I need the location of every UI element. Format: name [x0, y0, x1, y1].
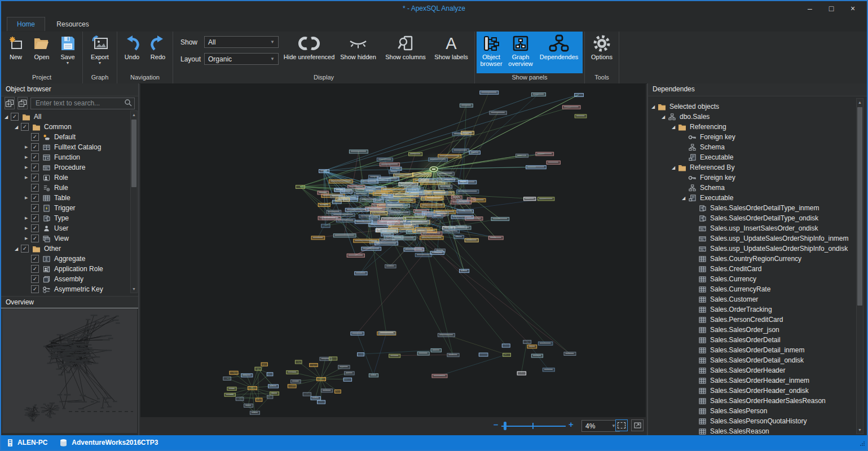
- tree-item-procedure[interactable]: ▶✓Procedure: [1, 162, 138, 173]
- expanded-arrow-icon[interactable]: ◢: [682, 196, 688, 201]
- tree-item-common[interactable]: ◢✓Common: [1, 122, 138, 132]
- minimize-button[interactable]: –: [799, 1, 821, 17]
- tree-item-sales-salesorderdetail[interactable]: Sales.SalesOrderDetail: [648, 335, 868, 345]
- checkbox-checked[interactable]: ✓: [31, 204, 39, 212]
- tree-item-schema[interactable]: Schema: [648, 142, 868, 152]
- tree-item-role[interactable]: ▶✓Role: [1, 173, 138, 183]
- tab-resources[interactable]: Resources: [47, 17, 98, 32]
- zoom-in-button[interactable]: +: [569, 419, 574, 429]
- tree-item-sales-salesorderheader-inmem[interactable]: Sales.SalesOrderHeader_inmem: [648, 375, 868, 386]
- expanded-arrow-icon[interactable]: ◢: [5, 114, 11, 120]
- expanded-arrow-icon[interactable]: ◢: [15, 125, 21, 130]
- tree-item-type[interactable]: ▶✓Type: [1, 213, 138, 223]
- collapsed-arrow-icon[interactable]: ▶: [25, 196, 31, 200]
- checkbox-checked[interactable]: ✓: [31, 235, 39, 242]
- checkbox-checked[interactable]: ✓: [31, 224, 39, 232]
- tree-item-sales-currencyrate[interactable]: Sales.CurrencyRate: [648, 284, 868, 294]
- tree-item-sales-salespersonquotahistory[interactable]: Sales.SalesPersonQuotaHistory: [648, 416, 868, 426]
- tree-item-foreign-key[interactable]: Foreign key: [648, 173, 868, 183]
- layout-dropdown[interactable]: Organic ▼: [204, 53, 279, 65]
- collapsed-arrow-icon[interactable]: ▶: [25, 216, 31, 220]
- collapsed-arrow-icon[interactable]: ▶: [25, 175, 31, 180]
- checkbox-checked[interactable]: ✓: [31, 194, 39, 202]
- tree-item-sales-usp-insertsalesorder-ondisk[interactable]: Sales.usp_InsertSalesOrder_ondisk: [648, 223, 868, 233]
- tree-item-referenced-by[interactable]: ◢Referenced By: [648, 162, 868, 173]
- tree-item-function[interactable]: ▶✓Function: [1, 152, 138, 162]
- tree-item-referencing[interactable]: ◢Referencing: [648, 122, 868, 132]
- tree-item-sales-creditcard[interactable]: Sales.CreditCard: [648, 264, 868, 274]
- expanded-arrow-icon[interactable]: ◢: [15, 246, 21, 251]
- new-button[interactable]: New: [3, 32, 29, 73]
- tree-item-sales-salesreason[interactable]: Sales.SalesReason: [648, 426, 868, 435]
- tree-item-sales-salesorderdetail-ondisk[interactable]: Sales.SalesOrderDetail_ondisk: [648, 355, 868, 365]
- actual-size-button[interactable]: [631, 419, 644, 431]
- open-button[interactable]: Open: [29, 32, 55, 73]
- save-dropdown-caret-icon[interactable]: ▼: [66, 61, 70, 65]
- collapsed-arrow-icon[interactable]: ▶: [25, 165, 31, 170]
- scroll-up-icon[interactable]: ▲: [131, 111, 137, 118]
- dependencies-toggle-button[interactable]: Dependendes: [535, 32, 583, 73]
- tree-item-all[interactable]: ◢✓All: [1, 112, 138, 122]
- show-columns-button[interactable]: Show columns: [381, 32, 430, 73]
- undo-button[interactable]: Undo: [119, 32, 145, 73]
- tree-item-application-role[interactable]: ✓Application Role: [1, 264, 138, 274]
- collapsed-arrow-icon[interactable]: ▶: [25, 226, 31, 231]
- maximize-button[interactable]: □: [821, 1, 842, 17]
- export-button[interactable]: Export ▼: [85, 32, 115, 73]
- collapse-all-button[interactable]: [17, 97, 28, 109]
- zoom-slider-track[interactable]: [501, 426, 566, 427]
- tab-home[interactable]: Home: [7, 17, 45, 31]
- graph-overview-minimap[interactable]: [2, 309, 137, 433]
- object-browser-scrollbar[interactable]: ▲ ▼: [130, 110, 138, 293]
- save-button[interactable]: Save ▼: [55, 32, 81, 73]
- expanded-arrow-icon[interactable]: ◢: [662, 114, 668, 120]
- tree-item-view[interactable]: ▶✓View: [1, 233, 138, 244]
- tree-item-sales-salesorderdetailtype-inmem[interactable]: Sales.SalesOrderDetailType_inmem: [648, 203, 868, 213]
- tree-item-sales-customer[interactable]: Sales.Customer: [648, 294, 868, 304]
- checkbox-checked[interactable]: ✓: [31, 184, 39, 192]
- show-hidden-button[interactable]: Show hidden: [335, 32, 381, 73]
- tree-item-sales-salesorderheadersalesreason[interactable]: Sales.SalesOrderHeaderSalesReason: [648, 396, 868, 406]
- checkbox-checked[interactable]: ✓: [21, 123, 29, 131]
- checkbox-checked[interactable]: ✓: [31, 143, 39, 151]
- tree-item-sales-salesorderdetailtype-ondisk[interactable]: Sales.SalesOrderDetailType_ondisk: [648, 213, 868, 223]
- checkbox-checked[interactable]: ✓: [31, 163, 39, 171]
- expanded-arrow-icon[interactable]: ◢: [672, 125, 678, 130]
- options-button[interactable]: Options: [587, 32, 617, 73]
- hide-unreferenced-button[interactable]: Hide unreferenced: [283, 32, 335, 73]
- tree-item-default[interactable]: ✓Default: [1, 132, 138, 142]
- object-browser-toggle-button[interactable]: Object browser: [477, 32, 506, 73]
- zoom-slider-handle[interactable]: [504, 422, 506, 430]
- tree-item-sales-personcreditcard[interactable]: Sales.PersonCreditCard: [648, 315, 868, 325]
- tree-item-sales-salesperson[interactable]: Sales.SalesPerson: [648, 406, 868, 416]
- checkbox-checked[interactable]: ✓: [31, 285, 39, 293]
- tree-item-selected-objects[interactable]: ◢Selected objects: [648, 101, 868, 112]
- graph-overview-toggle-button[interactable]: Graph overview: [506, 32, 535, 73]
- dependency-graph-canvas[interactable]: [140, 83, 646, 417]
- checkbox-checked[interactable]: ✓: [21, 245, 29, 253]
- checkbox-checked[interactable]: ✓: [31, 265, 39, 273]
- expanded-arrow-icon[interactable]: ◢: [651, 104, 658, 109]
- tree-item-schema[interactable]: Schema: [648, 183, 868, 193]
- expanded-arrow-icon[interactable]: ◢: [672, 165, 678, 170]
- fit-to-window-button[interactable]: [615, 419, 628, 431]
- tree-item-executable[interactable]: Executable: [648, 152, 868, 162]
- scroll-up-icon[interactable]: ▲: [857, 99, 863, 106]
- checkbox-checked[interactable]: ✓: [31, 174, 39, 182]
- scrollbar-thumb[interactable]: [857, 107, 862, 306]
- tree-item-foreign-key[interactable]: Foreign key: [648, 132, 868, 142]
- tree-item-sales-countryregioncurrency[interactable]: Sales.CountryRegionCurrency: [648, 254, 868, 264]
- resize-grip[interactable]: [860, 440, 865, 448]
- tree-item-table[interactable]: ▶✓Table: [1, 193, 138, 203]
- tree-item-dbo-sales[interactable]: ◢dbo.Sales: [648, 112, 868, 122]
- tree-item-aggregate[interactable]: ✓Aggregate: [1, 254, 138, 264]
- tree-item-sales-usp-updatesalesordershipinfo-ondisk[interactable]: Sales.usp_UpdateSalesOrderShipInfo_ondis…: [648, 244, 868, 254]
- tree-item-trigger[interactable]: ✓Trigger: [1, 203, 138, 213]
- checkbox-checked[interactable]: ✓: [11, 113, 19, 121]
- zoom-out-button[interactable]: –: [494, 419, 498, 429]
- tree-item-sales-salesorder-json[interactable]: Sales.SalesOrder_json: [648, 325, 868, 335]
- collapsed-arrow-icon[interactable]: ▶: [25, 155, 31, 160]
- tree-item-sales-salesorderdetail-inmem[interactable]: Sales.SalesOrderDetail_inmem: [648, 345, 868, 355]
- redo-button[interactable]: Redo: [145, 32, 171, 73]
- tree-item-sales-ordertracking[interactable]: Sales.OrderTracking: [648, 304, 868, 315]
